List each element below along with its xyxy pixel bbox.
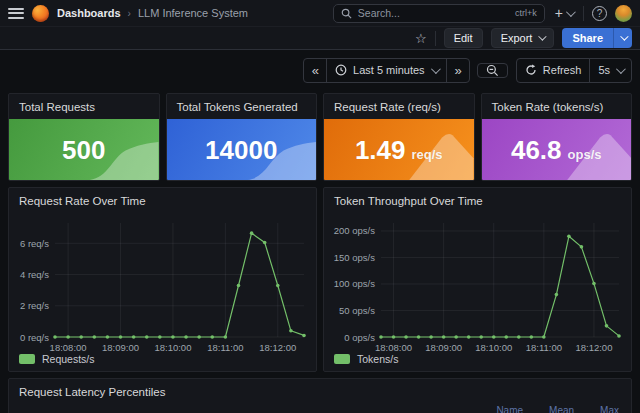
breadcrumb-current: LLM Inference System — [138, 7, 248, 19]
svg-text:6 req/s: 6 req/s — [20, 238, 49, 249]
svg-text:18:11:00: 18:11:00 — [526, 342, 562, 353]
svg-text:50 ops/s: 50 ops/s — [339, 305, 375, 316]
legend-item-requests[interactable]: Requests/s — [19, 353, 95, 365]
legend-header-name[interactable]: Name — [496, 405, 523, 413]
svg-text:200 ops/s: 200 ops/s — [334, 225, 375, 236]
breadcrumb-dashboards[interactable]: Dashboards — [57, 7, 121, 19]
svg-text:4 req/s: 4 req/s — [20, 269, 49, 280]
stat-unit: req/s — [412, 148, 443, 161]
svg-text:18:10:00: 18:10:00 — [475, 342, 512, 353]
search-shortcut: ctrl+k — [515, 8, 537, 18]
refresh-interval-dropdown[interactable]: 5s — [589, 58, 632, 83]
breadcrumb: Dashboards › LLM Inference System — [57, 7, 248, 19]
time-range-picker[interactable]: Last 5 minutes — [326, 58, 447, 83]
help-icon[interactable]: ? — [592, 6, 607, 21]
search-input[interactable]: Search... ctrl+k — [333, 4, 545, 23]
stat-body: 14000 — [167, 119, 317, 180]
chevron-down-icon — [566, 7, 576, 17]
refresh-label: Refresh — [543, 64, 582, 76]
legend-header-max[interactable]: Max — [600, 405, 619, 413]
dashboard-canvas: Total Requests 500 Total Tokens Generate… — [0, 83, 640, 413]
chart-panel-request-rate: Request Rate Over Time 0 req/s2 req/s4 r… — [8, 187, 317, 372]
divider — [435, 31, 436, 46]
legend-label: Tokens/s — [357, 353, 398, 365]
time-range-group: « Last 5 minutes » — [303, 58, 470, 83]
svg-text:18:11:00: 18:11:00 — [207, 342, 243, 353]
stat-value: 500 — [62, 137, 105, 163]
series-color-swatch — [19, 354, 35, 364]
svg-text:18:09:00: 18:09:00 — [425, 342, 462, 353]
svg-text:18:09:00: 18:09:00 — [102, 342, 139, 353]
star-icon[interactable]: ☆ — [415, 32, 427, 45]
dashboard-toolbar: ☆ Edit Export Share — [0, 27, 640, 50]
latency-percentiles-panel: Request Latency Percentiles Name Mean Ma… — [8, 378, 632, 413]
time-shift-forward-button[interactable]: » — [446, 58, 470, 83]
search-placeholder: Search... — [358, 7, 509, 19]
stats-row: Total Requests 500 Total Tokens Generate… — [8, 93, 632, 181]
menu-icon[interactable] — [8, 8, 24, 19]
svg-text:0 ops/s: 0 ops/s — [344, 332, 375, 343]
panel-title[interactable]: Total Requests — [9, 94, 159, 118]
stat-body: 1.49req/s — [324, 119, 474, 180]
svg-text:18:12:00: 18:12:00 — [259, 342, 296, 353]
clock-icon — [335, 64, 347, 76]
chevron-right-icon: › — [128, 8, 131, 19]
refresh-group: Refresh 5s — [516, 58, 632, 83]
stat-panel-token-rate: Token Rate (tokens/s) 46.8ops/s — [481, 93, 633, 181]
chevron-down-icon — [616, 64, 626, 74]
refresh-icon — [525, 64, 537, 76]
time-shift-back-button[interactable]: « — [303, 58, 327, 83]
panel-title[interactable]: Token Rate (tokens/s) — [482, 94, 632, 118]
svg-text:0 req/s: 0 req/s — [20, 332, 49, 343]
panel-title[interactable]: Total Tokens Generated — [167, 94, 317, 118]
share-split-button: Share — [562, 28, 632, 48]
magnifier-minus-icon — [486, 64, 499, 77]
panel-title[interactable]: Token Throughput Over Time — [324, 188, 631, 212]
stat-value: 14000 — [205, 137, 277, 163]
user-avatar[interactable] — [615, 5, 632, 22]
export-button[interactable]: Export — [491, 28, 555, 48]
legend-item-tokens[interactable]: Tokens/s — [334, 353, 398, 365]
time-controls: « Last 5 minutes » — [8, 57, 632, 83]
time-series-plot[interactable]: 0 ops/s50 ops/s100 ops/s150 ops/s200 ops… — [324, 213, 631, 371]
legend-table-headers: Name Mean Max — [496, 405, 619, 413]
stat-panel-total-requests: Total Requests 500 — [8, 93, 160, 181]
top-nav: Dashboards › LLM Inference System Search… — [0, 0, 640, 27]
time-series-plot[interactable]: 0 req/s2 req/s4 req/s6 req/s18:08:0018:0… — [9, 213, 316, 371]
stat-value: 46.8ops/s — [511, 137, 602, 163]
edit-button[interactable]: Edit — [444, 28, 483, 48]
chart-panel-token-throughput: Token Throughput Over Time 0 ops/s50 ops… — [323, 187, 632, 372]
time-range-label: Last 5 minutes — [353, 64, 425, 76]
svg-text:2 req/s: 2 req/s — [20, 300, 49, 311]
zoom-out-button[interactable] — [477, 63, 508, 78]
add-button[interactable]: + — [553, 5, 575, 21]
divider — [583, 6, 584, 21]
series-color-swatch — [334, 354, 350, 364]
chevron-down-icon — [431, 64, 441, 74]
legend-label: Requests/s — [42, 353, 95, 365]
chevron-down-icon — [620, 32, 628, 40]
legend-header-mean[interactable]: Mean — [549, 405, 574, 413]
stat-value: 1.49req/s — [355, 137, 443, 163]
panel-title[interactable]: Request Rate (req/s) — [324, 94, 474, 118]
stat-unit: ops/s — [568, 148, 602, 161]
plus-icon: + — [555, 5, 563, 21]
svg-text:18:12:00: 18:12:00 — [575, 342, 612, 353]
chevron-down-icon — [539, 32, 547, 40]
charts-row: Request Rate Over Time 0 req/s2 req/s4 r… — [8, 187, 632, 372]
stat-body: 46.8ops/s — [482, 119, 632, 180]
refresh-button[interactable]: Refresh — [516, 58, 591, 83]
grafana-app: Dashboards › LLM Inference System Search… — [0, 0, 640, 413]
grafana-logo-icon[interactable] — [32, 5, 49, 22]
svg-text:150 ops/s: 150 ops/s — [334, 252, 375, 263]
share-menu-button[interactable] — [613, 28, 632, 48]
stat-panel-request-rate: Request Rate (req/s) 1.49req/s — [323, 93, 475, 181]
search-icon — [341, 8, 352, 19]
share-button[interactable]: Share — [562, 28, 613, 48]
svg-text:18:08:00: 18:08:00 — [375, 342, 412, 353]
panel-title[interactable]: Request Rate Over Time — [9, 188, 316, 212]
svg-text:100 ops/s: 100 ops/s — [334, 278, 375, 289]
panel-title[interactable]: Request Latency Percentiles — [9, 379, 631, 403]
svg-text:18:10:00: 18:10:00 — [154, 342, 191, 353]
svg-text:18:08:00: 18:08:00 — [50, 342, 87, 353]
